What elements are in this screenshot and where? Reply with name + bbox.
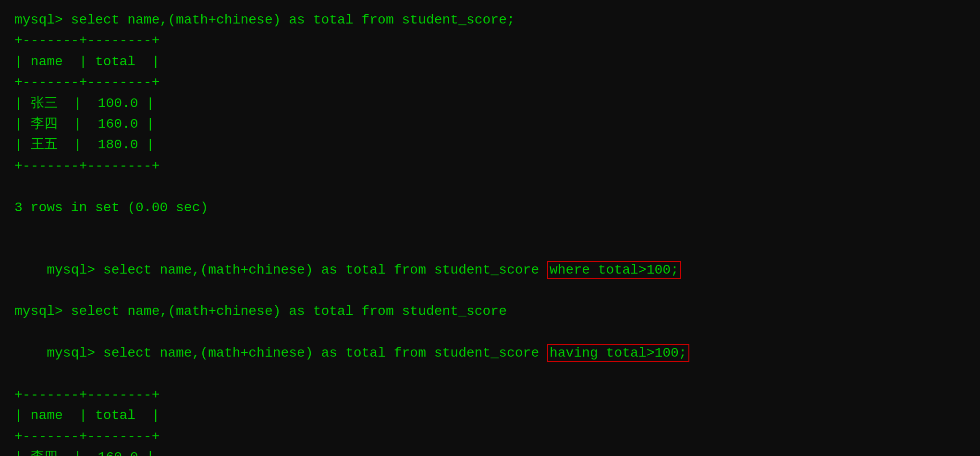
table2-row1: | 李四 | 160.0 |	[14, 447, 966, 456]
table1-header: | name | total |	[14, 51, 966, 72]
rows1-line: 3 rows in set (0.00 sec)	[14, 197, 966, 218]
table1-row3: | 王五 | 180.0 |	[14, 134, 966, 155]
table2-top: +-------+--------+	[14, 384, 966, 405]
query3-line: mysql> select name,(math+chinese) as tot…	[14, 322, 966, 384]
query2-prefix: mysql> select name,(math+chinese) as tot…	[47, 263, 547, 277]
terminal: mysql> select name,(math+chinese) as tot…	[14, 10, 966, 456]
where-clause-highlight: where total>100;	[547, 261, 681, 279]
empty1	[14, 176, 966, 197]
error-line: mysql> select name,(math+chinese) as tot…	[14, 301, 966, 322]
table1-sep: +-------+--------+	[14, 72, 966, 93]
table1-row1: | 张三 | 100.0 |	[14, 93, 966, 114]
empty2	[14, 218, 966, 239]
table1-row2: | 李四 | 160.0 |	[14, 114, 966, 134]
query1-line: mysql> select name,(math+chinese) as tot…	[14, 10, 966, 30]
query2-line: mysql> select name,(math+chinese) as tot…	[14, 239, 966, 301]
table2-sep: +-------+--------+	[14, 426, 966, 447]
table1-bot: +-------+--------+	[14, 156, 966, 176]
table2-header: | name | total |	[14, 405, 966, 426]
table1-top: +-------+--------+	[14, 30, 966, 51]
query3-prefix: mysql> select name,(math+chinese) as tot…	[47, 346, 547, 360]
having-clause-highlight: having total>100;	[547, 344, 689, 362]
